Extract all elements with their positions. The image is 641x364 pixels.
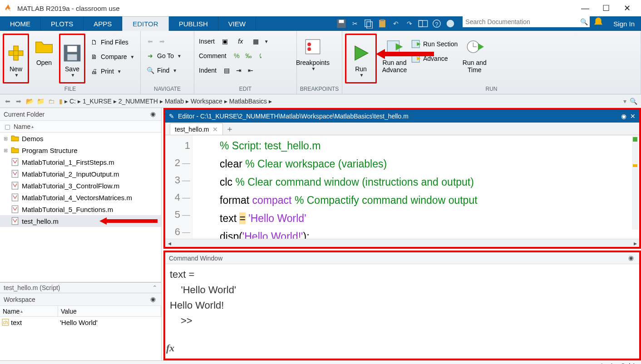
close-button[interactable]: ✕ xyxy=(616,0,637,16)
svg-rect-37 xyxy=(12,206,18,213)
mfile-icon xyxy=(11,217,19,225)
help-icon[interactable]: ? xyxy=(432,19,442,29)
back-button[interactable]: ⬅ xyxy=(3,96,13,106)
save-label: Save xyxy=(65,65,79,73)
svg-point-19 xyxy=(307,43,311,46)
code-content[interactable]: % Script: test_hello.m clear % Clear wor… xyxy=(192,135,639,239)
indent-icon: ▤ xyxy=(222,65,232,75)
sign-in-link[interactable]: Sign In xyxy=(607,16,641,31)
paste-icon[interactable] xyxy=(377,19,387,29)
ws-var-row[interactable]: chtext xyxy=(0,317,58,328)
tab-editor[interactable]: EDITOR xyxy=(122,16,168,31)
svg-rect-16 xyxy=(68,46,77,52)
mfile-icon xyxy=(11,170,19,178)
print-button[interactable]: 🖨Print▼ xyxy=(87,64,137,78)
comment-row[interactable]: Comment %‰⤹ xyxy=(197,49,267,63)
maximize-button[interactable]: ☐ xyxy=(596,0,616,16)
breadcrumb[interactable]: ▮ ▸C: ▸1_KURSE ▸2_NUMMETH ▸Matlab ▸Works… xyxy=(58,98,621,105)
tab-view[interactable]: VIEW xyxy=(218,16,256,31)
tab-plots[interactable]: PLOTS xyxy=(41,16,84,31)
indent-row[interactable]: Indent ▤⇥⇤ xyxy=(197,64,257,77)
chevron-down-icon: ▼ xyxy=(15,73,19,78)
ws-col-value[interactable]: Value xyxy=(58,306,161,317)
gear-icon[interactable]: ◉ xyxy=(628,254,636,262)
command-prompt[interactable]: >> xyxy=(170,313,639,329)
search-folder-icon[interactable]: 🔍 xyxy=(628,96,638,106)
goto-button[interactable]: ➜Go To▼ xyxy=(143,49,183,63)
undo-icon[interactable]: ↶ xyxy=(391,19,401,29)
layout-icon[interactable] xyxy=(418,19,428,29)
new-tab-button[interactable]: ＋ xyxy=(223,123,237,135)
up-folder-button[interactable]: 📂 xyxy=(25,96,35,106)
search-icon[interactable]: 🔍 xyxy=(578,18,590,25)
folder-item[interactable]: test_hello.m xyxy=(0,215,161,227)
copy-icon[interactable] xyxy=(364,19,374,29)
editor-hscroll[interactable]: ◂▸ xyxy=(165,239,639,247)
folder-button[interactable]: 🗀 xyxy=(46,96,56,106)
command-window[interactable]: text = 'Hello World' Hello World! fx >> xyxy=(165,264,639,359)
svg-rect-5 xyxy=(380,19,384,21)
folder-item[interactable]: ⊞Demos xyxy=(0,133,161,144)
folder-icon xyxy=(11,134,19,143)
editor-tab[interactable]: test_hello.m ✕ xyxy=(170,123,223,135)
workspace-header: Workspace ◉ xyxy=(0,293,161,306)
folder-open-icon xyxy=(35,37,54,56)
matlab-logo-icon xyxy=(4,4,13,13)
tab-apps[interactable]: APPS xyxy=(84,16,122,31)
open-button[interactable]: Open xyxy=(31,34,57,66)
gear-icon[interactable]: ◉ xyxy=(150,110,158,118)
status-col: Col 1 xyxy=(621,362,636,364)
chevron-down-icon: ▼ xyxy=(71,73,75,78)
workspace-table: Name▴ chtext Value 'Hello World' xyxy=(0,306,161,360)
notification-bell-icon[interactable] xyxy=(592,16,604,28)
new-button[interactable]: New ▼ xyxy=(3,34,29,84)
svg-rect-17 xyxy=(68,54,77,60)
folder-item[interactable]: ⊞Program Structure xyxy=(0,144,161,156)
find-files-button[interactable]: 🗋Find Files xyxy=(87,35,137,49)
save-icon[interactable] xyxy=(336,19,346,29)
svg-rect-36 xyxy=(12,194,18,201)
nav-arrows[interactable]: ⬅➡ xyxy=(143,34,169,48)
search-docs[interactable]: 🔍 xyxy=(463,16,590,27)
status-line: Ln 1 xyxy=(601,362,613,364)
run-button[interactable]: Run▼ xyxy=(345,34,377,84)
arrow-right-icon: ➡ xyxy=(157,36,167,46)
find-button[interactable]: 🔍Find▼ xyxy=(143,64,179,77)
insert-row[interactable]: Insert ▣ fx ▦▼ xyxy=(197,34,271,48)
compare-button[interactable]: 🗎Compare▼ xyxy=(87,50,137,64)
ws-col-name[interactable]: Name▴ xyxy=(0,306,58,317)
folder-item[interactable]: MatlabTutorial_1_FirstSteps.m xyxy=(0,156,161,168)
fx-prompt-icon[interactable]: fx xyxy=(166,340,174,356)
tab-home[interactable]: HOME xyxy=(0,16,41,31)
folder-item[interactable]: MatlabTutorial_5_Functions.m xyxy=(0,203,161,215)
pencil-icon: ✎ xyxy=(169,113,174,120)
forward-button[interactable]: ➡ xyxy=(14,96,24,106)
folder-column-header[interactable]: ▢ Name▴ xyxy=(0,121,161,133)
run-and-time-button[interactable]: Run and Time xyxy=(461,34,488,74)
save-button[interactable]: Save ▼ xyxy=(59,34,85,84)
folder-item[interactable]: MatlabTutorial_3_ControlFlow.m xyxy=(0,180,161,192)
svg-rect-1 xyxy=(339,20,344,23)
folder-item[interactable]: MatlabTutorial_4_VectorsMatrices.m xyxy=(0,192,161,203)
svg-rect-2 xyxy=(365,20,370,27)
search-input[interactable] xyxy=(463,18,578,25)
code-editor[interactable]: 123456 % Script: test_hello.m clear % Cl… xyxy=(165,135,639,239)
close-tab-icon[interactable]: ✕ xyxy=(212,126,218,133)
fx-icon: fx xyxy=(236,36,246,46)
breakpoints-button[interactable]: Breakpoints▼ xyxy=(300,34,326,71)
tab-publish[interactable]: PUBLISH xyxy=(169,16,218,31)
dock-icon[interactable]: ◉ xyxy=(621,113,626,120)
minimize-button[interactable]: — xyxy=(575,0,596,16)
gear-icon[interactable]: ◉ xyxy=(150,295,158,304)
close-editor-icon[interactable]: ✕ xyxy=(630,113,636,120)
redo-icon[interactable]: ↷ xyxy=(404,19,414,29)
folder-item[interactable]: MatlabTutorial_2_InputOutput.m xyxy=(0,168,161,180)
ws-var-value: 'Hello World' xyxy=(58,317,161,328)
group-label-breakpoints: BREAKPOINTS xyxy=(297,86,342,94)
mfile-icon xyxy=(11,158,19,166)
insert-var-icon: ▦ xyxy=(251,36,261,46)
group-label-file: FILE xyxy=(0,86,140,94)
cut-icon[interactable]: ✂ xyxy=(350,19,360,29)
browse-button[interactable]: 📁 xyxy=(35,96,45,106)
community-icon[interactable] xyxy=(445,19,455,29)
